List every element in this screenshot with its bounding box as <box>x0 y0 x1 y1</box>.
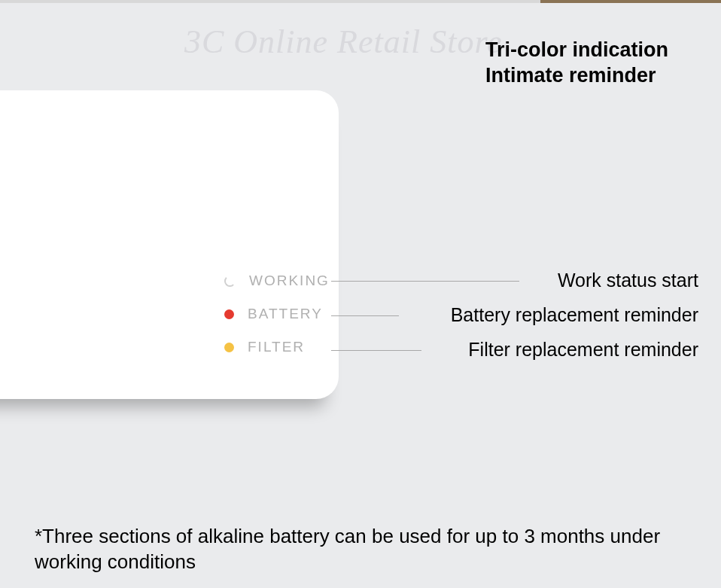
indicator-stack: WORKING BATTERY FILTER <box>224 273 330 355</box>
battery-dot-icon <box>224 309 234 319</box>
spinner-icon <box>224 276 236 287</box>
heading-block: Tri-color indication Intimate reminder <box>485 38 668 89</box>
indicator-working-label: WORKING <box>249 273 330 289</box>
callout-battery: Battery replacement reminder <box>451 304 698 326</box>
leader-line-filter <box>331 350 421 351</box>
indicator-working: WORKING <box>224 273 330 289</box>
top-strip <box>0 0 721 3</box>
callout-filter: Filter replacement reminder <box>468 339 698 361</box>
leader-line-battery <box>331 315 399 316</box>
footnote-text: *Three sections of alkaline battery can … <box>35 524 686 575</box>
callout-working: Work status start <box>558 270 698 291</box>
heading-line-1: Tri-color indication <box>485 38 668 63</box>
filter-dot-icon <box>224 343 234 352</box>
indicator-battery: BATTERY <box>224 306 330 322</box>
watermark-text: 3C Online Retail Store <box>184 23 502 61</box>
indicator-filter-label: FILTER <box>248 339 305 355</box>
indicator-battery-label: BATTERY <box>248 306 323 322</box>
leader-line-working <box>331 281 519 282</box>
heading-line-2: Intimate reminder <box>485 63 668 89</box>
indicator-filter: FILTER <box>224 339 330 355</box>
